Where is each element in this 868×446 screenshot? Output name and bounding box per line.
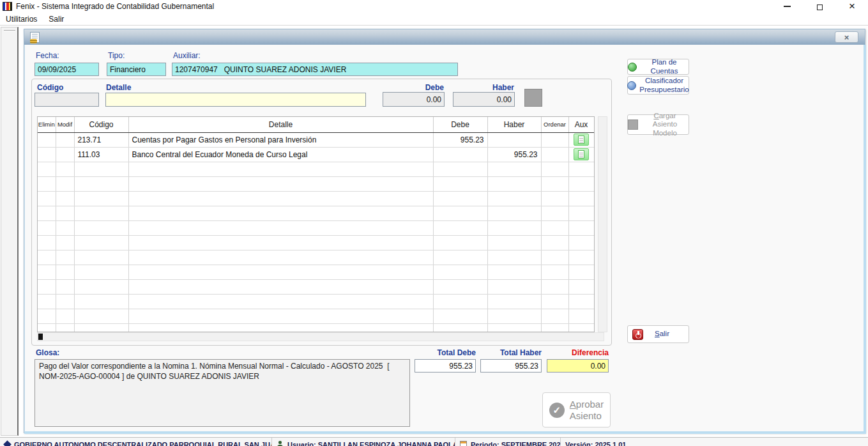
cell-detalle [128,250,433,265]
detalle-input[interactable] [105,93,366,107]
diferencia-value [547,359,609,373]
glosa-textarea[interactable]: Pago del Valor correspondiente a la Nomi… [34,359,410,427]
cell-elimin[interactable] [38,147,56,162]
grid-empty-row [38,250,594,265]
cell-codigo [74,323,128,332]
cell-modif [56,309,74,323]
cell-modif [56,279,74,294]
cell-ordenar [541,294,568,309]
cell-haber[interactable] [487,132,541,147]
close-icon: × [849,2,855,11]
cell-detalle[interactable]: Banco Central del Ecuador Moneda de Curs… [128,147,433,162]
codigo-label: Código [37,83,63,92]
cell-haber [487,206,541,220]
cell-debe [433,323,487,332]
cell-haber [487,162,541,176]
aux-button[interactable] [574,148,589,160]
close-button[interactable]: × [848,2,857,11]
cell-modif[interactable] [56,132,74,147]
cell-debe [433,162,487,176]
cell-elimin [38,162,56,176]
cell-modif [56,191,74,206]
cell-debe[interactable]: 955.23 [433,132,487,147]
cell-ordenar [541,309,568,323]
cell-elimin[interactable] [38,132,56,147]
cell-debe [433,176,487,191]
codigo-input[interactable] [34,93,99,107]
grid-empty-row [38,206,594,220]
cell-detalle [128,162,433,176]
cell-ordenar [541,176,568,191]
grid-header-row: EliminModifCódigoDetalleDebeHaberOrdenar… [38,117,594,132]
restore-button[interactable] [815,2,824,11]
asiento-window-close-button[interactable]: × [835,31,858,43]
cell-ordenar [541,265,568,279]
fecha-input[interactable] [34,63,99,76]
dock-grip-icon [4,30,15,31]
grid-column-header[interactable]: Haber [487,117,541,132]
salir-label: Salir [655,330,669,338]
cell-modif [56,250,74,265]
grid-column-header[interactable]: Elimin [38,117,56,132]
power-icon [632,329,643,340]
cell-debe [433,220,487,235]
grid-empty-row [38,309,594,323]
haber-input[interactable] [453,92,515,107]
minimize-button[interactable] [782,2,791,11]
tipo-input[interactable] [107,63,166,76]
scrollbar-thumb[interactable] [38,334,43,340]
grid-column-header[interactable]: Ordenar [541,117,568,132]
grid-column-header[interactable]: Detalle [128,117,433,132]
mdi-client-area: × Fecha: Tipo: Auxiliar: Código Detalle … [0,25,868,437]
menu-salir[interactable]: Salir [49,15,64,24]
grid-column-header[interactable]: Debe [433,117,487,132]
grid-column-header[interactable]: Modif [56,117,74,132]
grid-horizontal-scrollbar[interactable] [37,332,604,341]
cell-modif [56,176,74,191]
cell-codigo[interactable]: 111.03 [74,147,128,162]
menu-utilitarios[interactable]: Utilitarios [6,15,37,24]
debe-input[interactable] [383,92,445,107]
cell-elimin [38,309,56,323]
cell-codigo[interactable]: 213.71 [74,132,128,147]
cell-haber [487,294,541,309]
clasificador-presupuestario-button[interactable]: ClasificadorPresupuestario [627,76,689,95]
aprobar-asiento-button[interactable]: ✓ AprobarAsiento [542,392,611,427]
cell-detalle [128,279,433,294]
gray-square-icon [628,119,638,130]
window-title: Fenix - Sistema Integrado de Contabilida… [16,2,214,11]
grid-row[interactable]: 213.71Cuentas por Pagar Gastos en Person… [38,132,594,147]
cell-haber[interactable]: 955.23 [487,147,541,162]
grid-row[interactable]: 111.03Banco Central del Ecuador Moneda d… [38,147,594,162]
grid-vertical-scrollbar[interactable] [598,116,607,332]
cell-detalle [128,294,433,309]
cell-ordenar[interactable] [541,132,568,147]
cell-ordenar[interactable] [541,147,568,162]
cell-haber [487,250,541,265]
cell-aux [568,220,594,235]
haber-label: Haber [476,83,514,92]
cargar-asiento-modelo-button[interactable]: Cargar AsientoModelo [627,114,689,135]
cell-modif[interactable] [56,147,74,162]
cell-aux[interactable] [568,147,594,162]
cell-ordenar [541,250,568,265]
left-dock-strip[interactable] [1,27,19,436]
salir-button[interactable]: Salir [627,325,689,343]
cell-debe [433,235,487,250]
fecha-label: Fecha: [36,51,59,60]
cell-debe[interactable] [433,147,487,162]
aux-button[interactable] [574,134,589,146]
auxiliar-input[interactable] [172,63,458,76]
add-line-button[interactable] [524,89,542,107]
grid-column-header[interactable]: Código [74,117,128,132]
cell-codigo [74,294,128,309]
user-icon [277,441,284,446]
statusbar-usuario: Usuario: SANTILLAN ESPINOZA JOHANNA PAOL… [272,438,455,446]
plan-de-cuentas-button[interactable]: Plan de Cuentas [627,59,689,75]
cell-debe [433,191,487,206]
grid-empty-row [38,279,594,294]
cell-aux[interactable] [568,132,594,147]
cell-aux [568,250,594,265]
cell-detalle[interactable]: Cuentas por Pagar Gastos en Personal par… [128,132,433,147]
grid-column-header[interactable]: Aux [568,117,594,132]
